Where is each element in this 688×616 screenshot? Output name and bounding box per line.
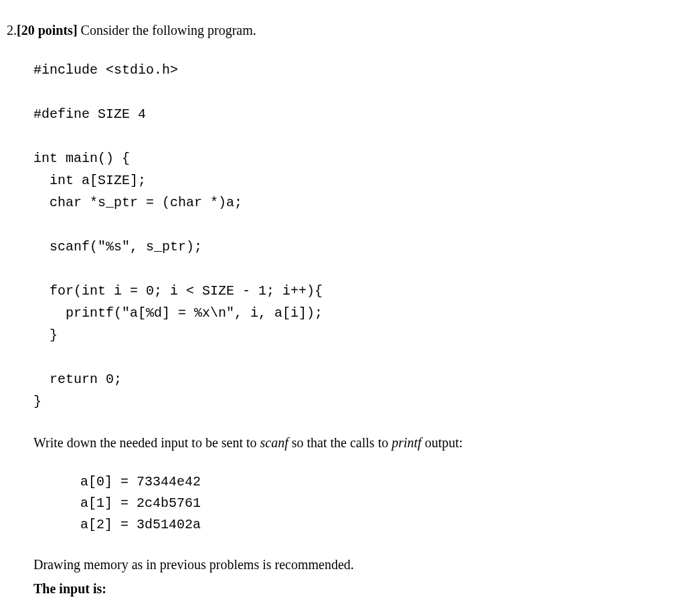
prompt-before: Write down the needed input to be sent t… — [33, 435, 260, 450]
prompt-after: output: — [422, 435, 463, 450]
recommend-text: Drawing memory as in previous problems i… — [33, 554, 661, 574]
question-header: 2. [20 points] Consider the following pr… — [7, 20, 661, 40]
prompt-between: so that the calls to — [288, 435, 392, 450]
question-intro: Consider the following program. — [78, 23, 256, 37]
code-block: #include <stdio.h> #define SIZE 4 int ma… — [33, 59, 661, 412]
prompt-text: Write down the needed input to be sent t… — [33, 433, 661, 453]
question-number: 2. — [7, 20, 17, 40]
output-block: a[0] = 73344e42 a[1] = 2c4b5761 a[2] = 3… — [80, 471, 661, 536]
prompt-scanf: scanf — [260, 435, 288, 450]
question-points: [20 points] — [17, 23, 78, 37]
prompt-printf: printf — [392, 435, 421, 450]
input-label: The input is: — [33, 579, 661, 599]
